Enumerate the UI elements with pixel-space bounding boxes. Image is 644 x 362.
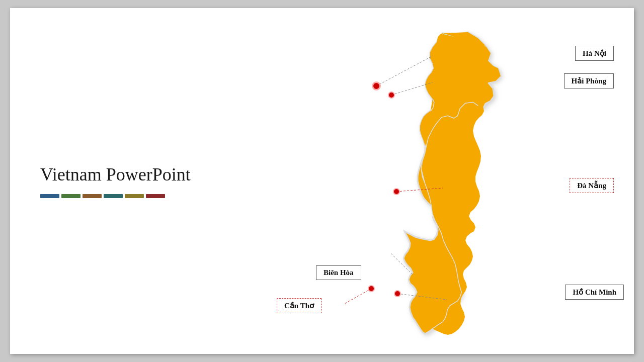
hcm-dot [394,290,401,297]
cantho-label: Cần Thơ [277,298,321,313]
danang-label: Đà Nẵng [570,178,614,193]
color-bar-3 [83,194,102,198]
slide: Vietnam PowerPoint Hà Nội [10,8,634,354]
color-bars [40,194,211,198]
slide-title: Vietnam PowerPoint [40,164,211,185]
bienhoa-label: Biên Hòa [316,265,361,280]
color-bar-1 [40,194,59,198]
color-bar-4 [104,194,123,198]
hanoi-label: Hà Nội [575,46,614,61]
cantho-dot [368,285,375,292]
haiphong-label: Hải Phòng [564,73,614,88]
color-bar-6 [146,194,165,198]
color-bar-5 [125,194,144,198]
map-container: Hà Nội Hải Phòng Đà Nẵng [257,18,619,350]
danang-dot [393,188,400,195]
hanoi-dot [372,81,381,90]
haiphong-dot [388,92,395,99]
hcm-label: Hồ Chí Minh [565,285,624,300]
left-panel: Vietnam PowerPoint [40,164,211,198]
color-bar-2 [61,194,80,198]
